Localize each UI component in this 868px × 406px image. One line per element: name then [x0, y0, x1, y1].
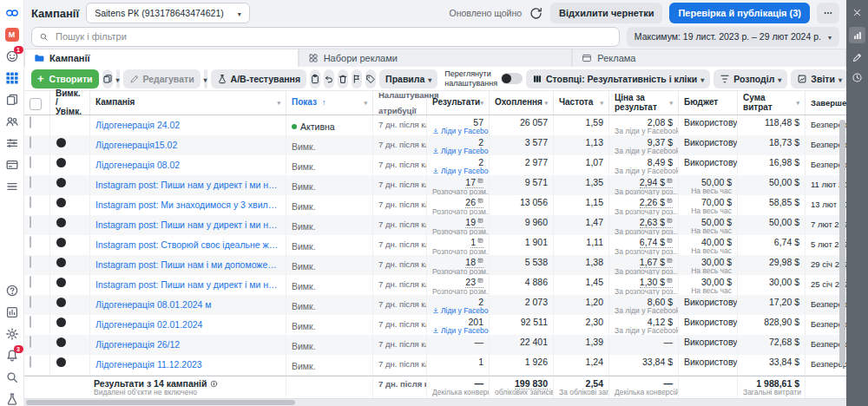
row-checkbox[interactable]: [30, 256, 31, 268]
settings-gear-icon[interactable]: [5, 327, 19, 341]
results-cell: 1: [427, 355, 490, 375]
tab-ad-sets[interactable]: Набори реклами: [299, 49, 573, 67]
row-checkbox[interactable]: [30, 136, 31, 148]
ab-test-button[interactable]: A/B-тестування: [211, 69, 306, 88]
close-icon[interactable]: [852, 7, 863, 18]
duplicate-menu-button[interactable]: [116, 69, 120, 88]
tab-campaigns[interactable]: Кампанії: [24, 49, 299, 67]
meta-logo-icon[interactable]: [5, 6, 19, 20]
horizontal-scrollbar-thumb[interactable]: [26, 400, 295, 405]
review-publish-button[interactable]: Перевірка й публікація (3): [669, 3, 810, 23]
cost-per-result-cell: 33,84 $: [609, 355, 679, 375]
row-checkbox[interactable]: [30, 356, 31, 368]
campaign-name-link[interactable]: Instagram post: Пиши нам у директ і ми н…: [95, 277, 280, 292]
refresh-button[interactable]: [529, 6, 543, 21]
folder-icon: [34, 53, 44, 63]
header-attribution[interactable]: Налаштування атрибуції: [373, 91, 427, 115]
row-checkbox[interactable]: [30, 296, 31, 308]
header-results[interactable]: Результати: [427, 91, 490, 115]
business-avatar[interactable]: M: [5, 28, 19, 42]
flag-button[interactable]: [352, 69, 362, 88]
ads-manager-icon[interactable]: [5, 71, 19, 85]
clipboard-button[interactable]: [310, 69, 320, 88]
row-checkbox[interactable]: [30, 156, 31, 168]
campaign-name-link[interactable]: Лідогенерація 08.01.2024 м: [95, 297, 280, 312]
columns-button[interactable]: Стовпці: Результативність і кліки: [526, 69, 710, 88]
search-icon[interactable]: [5, 370, 19, 384]
campaign-name-link[interactable]: Instagram post: Пиши нам у директ і ми н…: [95, 217, 280, 232]
duplicate-button[interactable]: [102, 69, 113, 88]
notifications-bell-icon[interactable]: 3: [5, 349, 19, 363]
row-checkbox[interactable]: [30, 236, 31, 248]
rules-button[interactable]: Правила: [379, 69, 437, 88]
header-frequency[interactable]: Частота: [554, 91, 609, 115]
attribution-cell: 7 дн. після клі...: [373, 355, 427, 375]
insights-chart-icon[interactable]: [849, 27, 865, 43]
media-board-icon[interactable]: [5, 305, 19, 319]
row-checkbox[interactable]: [30, 276, 31, 288]
discard-drafts-button[interactable]: Відхилити чернетки: [550, 3, 662, 23]
campaign-name-link[interactable]: Instagram post: Пиши нам і ми допоможемо…: [95, 257, 280, 272]
undo-button[interactable]: [324, 69, 334, 88]
test-flask-icon[interactable]: [5, 392, 19, 406]
search-input[interactable]: [54, 30, 612, 43]
pages-icon[interactable]: [5, 93, 19, 107]
campaign-name-link[interactable]: Лідогенерація 26/12: [95, 337, 280, 352]
row-checkbox[interactable]: [30, 116, 31, 128]
history-clock-icon[interactable]: [852, 72, 863, 83]
create-button[interactable]: Створити: [31, 69, 99, 88]
ad-account-selector[interactable]: Saitens РК (913178643474621): [86, 3, 250, 23]
preview-settings-toggle[interactable]: [501, 73, 523, 84]
tab-ads[interactable]: Реклама: [572, 49, 846, 67]
campaign-name-cell: Instagram post: Ми знаходимося у 3 хвили…: [90, 195, 286, 215]
row-checkbox[interactable]: [30, 336, 31, 348]
frequency-cell: 1,47: [554, 215, 609, 235]
campaign-name-link[interactable]: Instagram post: Пиши нам у директ і ми н…: [95, 177, 280, 193]
menu-icon[interactable]: [5, 180, 19, 193]
campaign-name-link[interactable]: Instagram post: Ми знаходимося у 3 хвили…: [95, 197, 280, 213]
tag-button[interactable]: [365, 69, 376, 88]
select-all-header[interactable]: [24, 91, 50, 115]
header-reach[interactable]: Охоплення: [490, 91, 554, 115]
campaign-name-link[interactable]: Лідогенерація 24.02: [95, 117, 280, 133]
edit-button[interactable]: Редагувати: [123, 69, 201, 88]
attribution-cell: 7 дн. після клі...: [373, 135, 427, 155]
header-budget[interactable]: Бюджет: [679, 91, 738, 115]
info-icon[interactable]: [210, 380, 218, 388]
select-all-checkbox[interactable]: [30, 98, 42, 110]
delete-button[interactable]: [338, 69, 348, 88]
header-cost-per-result[interactable]: Ціна за результат: [609, 91, 679, 115]
header-amount-spent[interactable]: Сума витрат: [738, 91, 806, 115]
row-checkbox[interactable]: [30, 176, 31, 188]
search-filter-box[interactable]: [31, 27, 620, 47]
frequency-cell: 1,24: [554, 355, 609, 375]
breakdown-button[interactable]: Розподіл: [713, 69, 787, 88]
campaign-name-cell: Instagram post: Створюй своє ідеальне жи…: [90, 235, 286, 255]
header-delivery[interactable]: Показ: [286, 91, 373, 115]
row-checkbox[interactable]: [30, 196, 31, 208]
campaign-name-link[interactable]: Лідогенерація 02.01.2024: [95, 317, 280, 332]
campaign-name-link[interactable]: Instagram post: Створюй своє ідеальне жи…: [95, 237, 280, 252]
row-checkbox[interactable]: [30, 316, 31, 328]
billing-icon[interactable]: [5, 158, 19, 172]
help-icon[interactable]: [5, 284, 19, 298]
campaign-name-link[interactable]: Лідогенерація15.02: [95, 137, 280, 153]
campaign-name-link[interactable]: Лідогенерація 11.12.2023: [95, 357, 280, 372]
more-options-button[interactable]: [817, 3, 839, 23]
date-range-selector[interactable]: Максимум: 19 лист. 2023 р. – 29 лют 2024…: [627, 27, 839, 47]
totals-delivery-cell: [286, 377, 373, 399]
account-switcher-icon[interactable]: 1: [5, 49, 19, 63]
header-ends[interactable]: Завершення: [806, 91, 846, 115]
edit-menu-button[interactable]: [204, 69, 207, 88]
reports-button[interactable]: Звіти: [791, 69, 848, 88]
row-checkbox[interactable]: [30, 216, 31, 228]
table-row: Instagram post: Ми знаходимося у 3 хвили…: [24, 195, 846, 215]
vertical-scrollbar-thumb[interactable]: [839, 120, 845, 366]
campaign-name-link[interactable]: Лідогенерація 08.02: [95, 157, 280, 173]
audiences-icon[interactable]: [5, 115, 19, 128]
header-campaign[interactable]: Кампанія: [90, 91, 286, 115]
ads-settings-icon[interactable]: [5, 136, 19, 150]
row-toggle-cell: [50, 175, 90, 195]
attribution-cell: 7 дн. після клі...: [373, 175, 427, 195]
edit-pencil-icon[interactable]: [852, 52, 863, 63]
